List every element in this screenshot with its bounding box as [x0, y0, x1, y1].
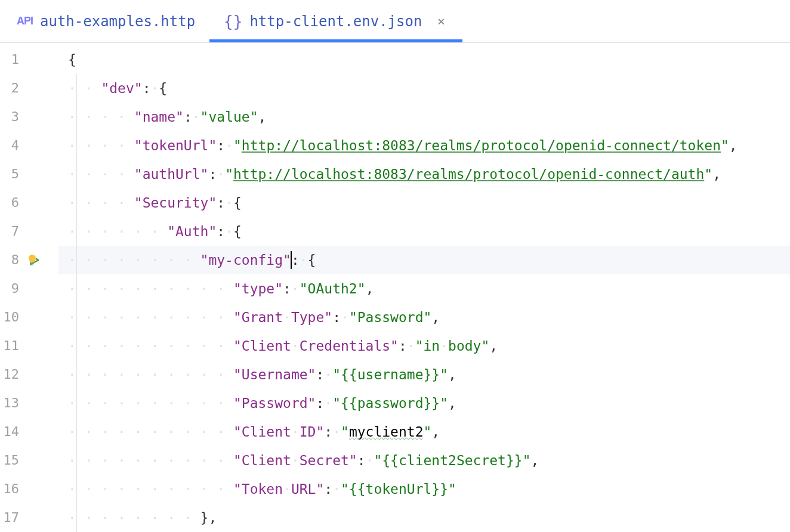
gutter-line[interactable]: 5	[0, 160, 58, 188]
token-key: "Security"	[134, 188, 217, 217]
gutter-line[interactable]: 10	[0, 303, 58, 332]
token-key: "dev"	[101, 74, 142, 103]
code-line[interactable]: · · "dev":·{	[58, 74, 790, 103]
token-punct: :·	[324, 417, 341, 446]
token-key: "Grant·Type"	[233, 303, 332, 332]
indent-guide	[76, 246, 77, 274]
token-punct: :·{	[143, 74, 168, 103]
whitespace: · · · · · · · · · ·	[68, 475, 233, 503]
token-str: "{{client2Secret}}"	[374, 446, 530, 475]
gutter-line[interactable]: 2	[0, 74, 58, 103]
gutter-line[interactable]: 15	[0, 446, 58, 475]
token-punct: :·	[184, 103, 200, 131]
code-line[interactable]: · · · · · · · · · · "Username":·"{{usern…	[58, 360, 790, 389]
code-line[interactable]: · · · · · · · · · · "Client·Secret":·"{{…	[58, 446, 790, 475]
code-area[interactable]: {· · "dev":·{· · · · "name":·"value",· ·…	[58, 43, 790, 532]
indent-guide	[76, 131, 77, 160]
token-punct: :·	[217, 131, 233, 160]
token-link[interactable]: http://localhost:8083/realms/protocol/op…	[233, 160, 704, 188]
line-number: 14	[0, 417, 24, 446]
code-line[interactable]: · · · · · · "Auth":·{	[58, 217, 790, 246]
token-str: "	[704, 160, 712, 188]
gutter-line[interactable]: 12	[0, 360, 58, 389]
whitespace: · · · ·	[68, 188, 134, 217]
token-punct: ,	[489, 332, 498, 360]
whitespace: · · · · · · · · · ·	[68, 417, 233, 446]
token-punct: :·	[332, 303, 349, 332]
whitespace: · · · ·	[68, 160, 134, 188]
token-punct: :·	[208, 160, 225, 188]
indent-guide	[76, 188, 77, 217]
token-punct: ,	[729, 131, 737, 160]
token-key: "Client·ID"	[233, 417, 324, 446]
code-line[interactable]: · · · · "Security":·{	[58, 188, 790, 217]
token-str: "	[225, 160, 233, 188]
gutter-line[interactable]: 4	[0, 131, 58, 160]
indent-guide	[76, 417, 77, 446]
token-punct: :·{	[217, 217, 242, 246]
token-punct: ,	[448, 389, 456, 417]
code-line[interactable]: · · · · "authUrl":·"http://localhost:808…	[58, 160, 790, 188]
gutter-line[interactable]: 9	[0, 274, 58, 303]
token-punct: :·	[316, 389, 332, 417]
token-punct: ,	[448, 360, 456, 389]
indent-guide	[76, 217, 77, 246]
gutter-line[interactable]: 17	[0, 503, 58, 532]
code-line[interactable]: · · · · · · · · },	[58, 503, 790, 532]
indent-guide	[76, 74, 77, 103]
code-line[interactable]: · · · · · · · · · · "Client·Credentials"…	[58, 332, 790, 360]
line-number: 6	[0, 188, 24, 217]
svg-rect-0	[31, 263, 34, 264]
whitespace: · · · · · · · · · ·	[68, 360, 233, 389]
code-line[interactable]: · · · · "name":·"value",	[58, 103, 790, 131]
lightbulb-icon[interactable]	[25, 253, 39, 267]
indent-guide	[76, 274, 77, 303]
gutter-line[interactable]: 3	[0, 103, 58, 131]
line-number: 11	[0, 332, 24, 360]
code-line[interactable]: · · · · · · · · · · "Token·URL":·"{{toke…	[58, 475, 790, 503]
close-icon[interactable]: ×	[434, 14, 448, 29]
line-number: 15	[0, 446, 24, 475]
code-line[interactable]: · · · · · · · · · · "Password":·"{{passw…	[58, 389, 790, 417]
tab-bar: API auth-examples.http {} http-client.en…	[0, 0, 790, 43]
line-number: 3	[0, 103, 24, 131]
whitespace: · · · · · · · · · ·	[68, 274, 233, 303]
code-editor[interactable]: 1234567891011121314151617 {· · "dev":·{·…	[0, 43, 790, 532]
token-str: "{{password}}"	[332, 389, 448, 417]
token-punct: ,	[366, 274, 374, 303]
gutter-line[interactable]: 11	[0, 332, 58, 360]
whitespace: · · · · · · · · · ·	[68, 303, 233, 332]
gutter-line[interactable]: 14	[0, 417, 58, 446]
line-number: 7	[0, 217, 24, 246]
token-punct: :·	[283, 274, 300, 303]
gutter-line[interactable]: 7	[0, 217, 58, 246]
token-str: "value"	[200, 103, 258, 131]
code-line[interactable]: · · · · "tokenUrl":·"http://localhost:80…	[58, 131, 790, 160]
token-key: "name"	[134, 103, 184, 131]
token-str: "{{tokenUrl}}"	[341, 475, 456, 503]
whitespace: · ·	[68, 74, 101, 103]
token-typo: myclient2	[349, 417, 424, 446]
gutter-line[interactable]: 1	[0, 45, 58, 74]
whitespace: · · · ·	[68, 103, 134, 131]
token-key: "Password"	[233, 389, 316, 417]
gutter-line[interactable]: 16	[0, 475, 58, 503]
token-punct: :·	[324, 475, 341, 503]
code-line[interactable]: {	[58, 45, 790, 74]
whitespace: · · · · · ·	[68, 217, 167, 246]
tab-auth-examples[interactable]: API auth-examples.http	[2, 0, 209, 42]
code-line[interactable]: · · · · · · · · "my-config":·{	[58, 246, 790, 274]
token-punct: :·	[399, 332, 415, 360]
gutter-line[interactable]: 13	[0, 389, 58, 417]
token-punct: },	[200, 503, 217, 532]
token-punct: ,	[431, 417, 440, 446]
line-number: 9	[0, 274, 24, 303]
code-line[interactable]: · · · · · · · · · · "Client·ID":·"myclie…	[58, 417, 790, 446]
tab-label: http-client.env.json	[249, 13, 422, 30]
code-line[interactable]: · · · · · · · · · · "type":·"OAuth2",	[58, 274, 790, 303]
token-link[interactable]: http://localhost:8083/realms/protocol/op…	[242, 131, 721, 160]
indent-guide	[76, 303, 77, 332]
tab-http-client-env[interactable]: {} http-client.env.json ×	[209, 0, 462, 42]
gutter-line[interactable]: 6	[0, 188, 58, 217]
code-line[interactable]: · · · · · · · · · · "Grant·Type":·"Passw…	[58, 303, 790, 332]
